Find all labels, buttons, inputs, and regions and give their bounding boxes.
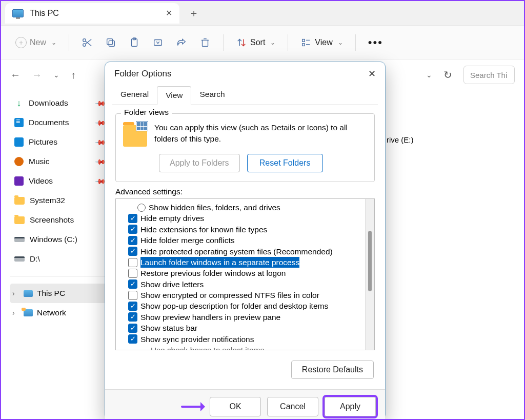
sidebar-tree-network[interactable]: ›Network (10, 303, 108, 323)
this-pc-icon (24, 290, 33, 297)
sidebar-tree-this-pc[interactable]: ›This PC (10, 284, 108, 303)
advanced-item-5[interactable]: Launch folder windows in a separate proc… (128, 257, 363, 268)
copy-button[interactable] (100, 34, 122, 51)
more-button[interactable]: ••• (363, 33, 388, 52)
radio-icon[interactable] (137, 204, 146, 212)
videos-icon (14, 176, 24, 186)
chevron-down-icon: ⌄ (270, 39, 275, 46)
sidebar-item-windows-c[interactable]: Windows (C:) (10, 230, 108, 249)
advanced-settings-label: Advanced settings: (115, 187, 375, 196)
checkbox-icon[interactable]: ✓ (128, 225, 137, 234)
checkbox-icon[interactable]: ✓ (128, 214, 137, 223)
checkbox-icon[interactable] (128, 269, 137, 278)
checkbox-icon[interactable]: ✓ (128, 324, 137, 333)
rename-icon (152, 37, 164, 48)
tab-search[interactable]: Search (191, 86, 233, 105)
reset-folders-button[interactable]: Reset Folders (247, 154, 323, 172)
pictures-icon (14, 137, 24, 147)
tab-general[interactable]: General (112, 86, 157, 105)
checkbox-icon[interactable] (128, 258, 137, 267)
chevron-down-icon: ⌄ (51, 39, 56, 46)
sidebar-item-screenshots[interactable]: Screenshots (10, 210, 108, 230)
download-icon: ↓ (14, 98, 24, 108)
sidebar-item-music[interactable]: Music📌 (10, 152, 108, 171)
sort-button[interactable]: Sort ⌄ (231, 34, 280, 51)
cancel-button[interactable]: Cancel (267, 397, 318, 416)
apply-button[interactable]: Apply (325, 397, 376, 416)
address-dropdown[interactable]: ⌄ (426, 71, 432, 79)
sidebar-item-d-drive[interactable]: D:\ (10, 249, 108, 269)
advanced-item-11[interactable]: ✓Show status bar (128, 323, 363, 333)
checkbox-icon[interactable]: ✓ (128, 334, 137, 344)
chevron-right-icon[interactable]: › (12, 309, 19, 317)
checkbox-icon[interactable]: ✓ (128, 247, 137, 256)
advanced-item-0[interactable]: Show hidden files, folders, and drives (128, 202, 363, 213)
checkbox-icon[interactable] (128, 291, 137, 300)
tab-this-pc[interactable]: This PC ✕ (5, 3, 179, 24)
up-button[interactable]: ↑ (71, 69, 76, 81)
restore-defaults-button[interactable]: Restore Defaults (291, 361, 374, 379)
close-tab-icon[interactable]: ✕ (166, 8, 172, 18)
sidebar-item-pictures[interactable]: Pictures📌 (10, 132, 108, 152)
paste-button[interactable] (124, 34, 145, 51)
folder-views-icon (123, 122, 147, 147)
advanced-item-4[interactable]: ✓Hide protected operating system files (… (128, 246, 363, 257)
search-input[interactable]: Search Thi (463, 66, 515, 84)
scissors-icon (82, 37, 93, 48)
svg-point-0 (83, 38, 86, 42)
back-button[interactable]: ← (10, 69, 21, 81)
folder-icon (14, 197, 25, 205)
close-dialog-button[interactable]: ✕ (368, 68, 376, 79)
svg-point-1 (83, 43, 86, 46)
rename-button[interactable] (147, 34, 169, 51)
svg-rect-2 (109, 41, 114, 46)
advanced-item-3[interactable]: ✓Hide folder merge conflicts (128, 235, 363, 246)
advanced-item-10[interactable]: ✓Show preview handlers in preview pane (128, 312, 363, 323)
folder-views-legend: Folder views (121, 108, 172, 117)
folder-views-desc: You can apply this view (such as Details… (154, 122, 367, 147)
ok-button[interactable]: OK (210, 397, 261, 416)
advanced-item-8[interactable]: Show encrypted or compressed NTFS files … (128, 290, 363, 301)
drive-label-fragment: rive (E:) (387, 135, 414, 144)
svg-rect-6 (154, 39, 162, 45)
checkbox-icon[interactable]: ✓ (128, 236, 137, 245)
folder-icon (14, 216, 25, 224)
annotation-arrow (181, 406, 204, 408)
cut-button[interactable] (76, 34, 98, 51)
dialog-footer: OK Cancel Apply (105, 389, 385, 420)
checkbox-icon[interactable]: ✓ (128, 312, 137, 322)
new-tab-button[interactable]: ＋ (189, 6, 199, 20)
sidebar-item-downloads[interactable]: ↓Downloads📌 (10, 93, 108, 113)
recent-dropdown[interactable]: ⌄ (53, 71, 59, 79)
advanced-item-6[interactable]: Restore previous folder windows at logon (128, 268, 363, 278)
sidebar-item-documents[interactable]: Documents📌 (10, 113, 108, 132)
sidebar-item-system32[interactable]: System32 (10, 191, 108, 210)
scrollbar-thumb[interactable] (368, 231, 372, 291)
sidebar-item-videos[interactable]: Videos📌 (10, 171, 108, 191)
dialog-title: Folder Options (114, 69, 172, 79)
advanced-item-9[interactable]: ✓Show pop-up description for folder and … (128, 301, 363, 311)
title-tab-bar: This PC ✕ ＋ (1, 1, 524, 26)
advanced-item-12[interactable]: ✓Show sync provider notifications (128, 334, 363, 345)
tab-title: This PC (30, 9, 59, 18)
view-button[interactable]: View ⌄ (295, 34, 348, 51)
sort-icon (236, 37, 247, 48)
advanced-item-7[interactable]: ✓Show drive letters (128, 279, 363, 290)
svg-rect-7 (203, 40, 208, 46)
chevron-right-icon[interactable]: › (12, 289, 19, 297)
command-toolbar: + New ⌄ Sort ⌄ View ⌄ ••• (1, 26, 524, 59)
dialog-tabs: General View Search (112, 86, 378, 105)
advanced-item-1[interactable]: ✓Hide empty drives (128, 213, 363, 224)
checkbox-icon[interactable]: ✓ (128, 302, 137, 311)
advanced-item-truncated: Use check boxes to select items (128, 345, 363, 350)
new-button[interactable]: + New ⌄ (10, 34, 62, 51)
scrollbar[interactable] (365, 199, 374, 350)
delete-button[interactable] (194, 34, 216, 51)
tab-view[interactable]: View (157, 86, 191, 105)
share-button[interactable] (171, 34, 192, 51)
checkbox-icon[interactable]: ✓ (128, 279, 137, 289)
navigation-pane: ↓Downloads📌 Documents📌 Pictures📌 Music📌 … (10, 93, 108, 323)
forward-button[interactable]: → (32, 69, 42, 81)
advanced-item-2[interactable]: ✓Hide extensions for known file types (128, 224, 363, 235)
refresh-button[interactable]: ↻ (443, 69, 452, 81)
